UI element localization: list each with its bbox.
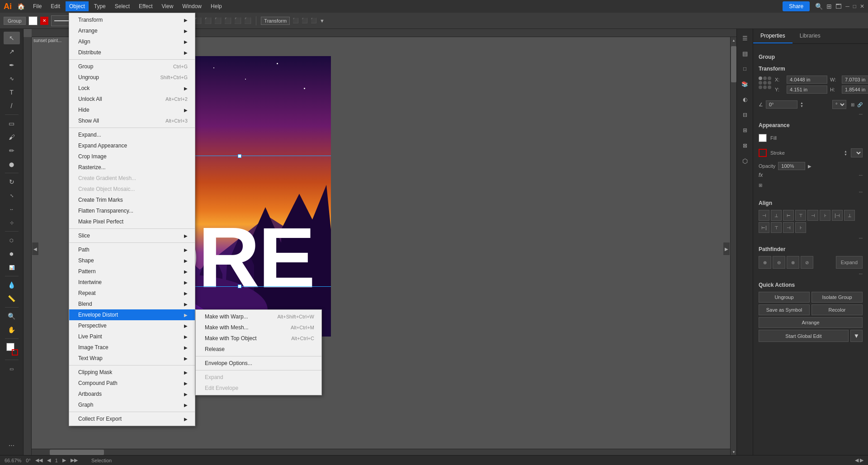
distrib-top-btn[interactable]: ⊤	[771, 222, 782, 233]
menu-align[interactable]: Align▶	[69, 36, 195, 47]
v-scrollbar-thumb[interactable]	[731, 46, 736, 82]
menu-rasterize[interactable]: Rasterize...	[69, 162, 195, 173]
align-right-btn[interactable]: ⊢	[783, 210, 794, 221]
h-scrollbar-thumb[interactable]	[50, 450, 104, 455]
menu-ungroup[interactable]: UngroupShift+Ctrl+G	[69, 72, 195, 83]
measure-tool[interactable]: 📏	[4, 292, 20, 305]
tab-properties[interactable]: Properties	[753, 29, 793, 43]
fx-more[interactable]: ···	[859, 173, 863, 178]
direct-selection-tool[interactable]: ↗	[4, 45, 20, 58]
transform-more-icon[interactable]: ⊞	[851, 102, 854, 107]
recolor-btn[interactable]: Recolor	[811, 304, 863, 315]
arrange-btn[interactable]: Arrange	[759, 317, 863, 328]
pathfinder-more-btn[interactable]: ···	[759, 271, 863, 276]
menu-intertwine[interactable]: Intertwine▶	[69, 277, 195, 288]
pf-exclude-btn[interactable]: ⊘	[801, 256, 813, 269]
search-icon[interactable]: 🔍	[815, 3, 823, 10]
live-paint-tool[interactable]: ⬢	[4, 247, 20, 260]
align-left-icon[interactable]: ⬛	[194, 17, 202, 24]
scroll-up-btn[interactable]: ▲	[731, 37, 736, 43]
appearance-more-icon[interactable]: ⊞	[759, 183, 863, 188]
nav-first[interactable]: ◀◀	[35, 457, 42, 463]
free-transform-tool[interactable]: ⊹	[4, 216, 20, 229]
workspace-icon[interactable]: ⊞	[826, 3, 832, 10]
home-icon[interactable]: 🏠	[17, 3, 25, 10]
transform-link-icon[interactable]: 🔗	[857, 102, 863, 107]
eyedropper-tool[interactable]: 💧	[4, 279, 20, 291]
menu-text-wrap[interactable]: Text Wrap▶	[69, 353, 195, 364]
stroke-options-select[interactable]	[851, 148, 863, 157]
line-tool[interactable]: /	[4, 100, 20, 112]
angle-select[interactable]: °	[832, 100, 846, 109]
nav-next[interactable]: ▶	[62, 457, 66, 463]
share-button[interactable]: Share	[783, 1, 810, 11]
nav-prev[interactable]: ◀	[47, 457, 51, 463]
menu-compound-path[interactable]: Compound Path▶	[69, 378, 195, 389]
pen-tool[interactable]: ✒	[4, 59, 20, 71]
align-center-v-icon[interactable]: ⬛	[234, 17, 241, 24]
arrange-windows-icon[interactable]: 🗔	[835, 3, 842, 10]
nav-arrows-lr[interactable]: ◀ ▶	[855, 457, 863, 463]
submenu-release[interactable]: Release	[196, 344, 321, 355]
v-scrollbar[interactable]: ▲ ▼	[730, 37, 736, 455]
menu-shape[interactable]: Shape▶	[69, 255, 195, 266]
menu-expand[interactable]: Expand...	[69, 129, 195, 140]
submenu-make-with-mesh[interactable]: Make with Mesh... Alt+Ctrl+M	[196, 322, 321, 333]
pencil-tool[interactable]: ✏	[4, 144, 20, 157]
type-tool[interactable]: T	[4, 86, 20, 99]
fill-color-swatch[interactable]	[5, 343, 19, 356]
align-top-icon[interactable]: ⬛	[224, 17, 231, 24]
x-input[interactable]	[787, 76, 827, 84]
expand-left-panel[interactable]: ◀	[32, 242, 39, 256]
distrib-bottom-btn[interactable]: ⊦	[795, 222, 806, 233]
opacity-prop-input[interactable]	[778, 162, 805, 170]
hand-tool[interactable]: ✋	[4, 323, 20, 336]
selection-tool[interactable]: ↖	[4, 32, 20, 44]
menu-crop-image[interactable]: Crop Image	[69, 151, 195, 162]
menu-envelope-distort[interactable]: Envelope Distort▶	[69, 309, 195, 320]
paintbrush-tool[interactable]: 🖌	[4, 131, 20, 143]
menu-make-pixel-perfect[interactable]: Make Pixel Perfect	[69, 216, 195, 227]
menu-path[interactable]: Path▶	[69, 244, 195, 255]
menu-slice[interactable]: Slice▶	[69, 230, 195, 241]
curvature-tool[interactable]: ∿	[4, 72, 20, 85]
fill-swatch[interactable]	[759, 134, 767, 142]
distrib-left-btn[interactable]: |⊣	[832, 210, 843, 221]
libraries-icon[interactable]: 📚	[739, 78, 751, 90]
transform-more-btn[interactable]: ···	[759, 112, 863, 117]
expand-right-panel[interactable]: ▶	[723, 242, 730, 256]
more-tools[interactable]: ···	[6, 439, 17, 452]
align-center-h-btn[interactable]: ⊥	[771, 210, 782, 221]
save-symbol-btn[interactable]: Save as Symbol	[759, 304, 810, 315]
page-number[interactable]: 1	[55, 458, 58, 463]
minimize-icon[interactable]: ─	[845, 3, 849, 9]
color-guide-icon[interactable]: ⬡	[739, 155, 751, 167]
group-icon-tb[interactable]: ⬛	[311, 18, 317, 24]
menu-item-type[interactable]: Type	[90, 1, 109, 11]
rotate-tool[interactable]: ↻	[4, 176, 20, 188]
h-scrollbar[interactable]	[32, 449, 730, 455]
scale-tool[interactable]: ⤡	[4, 189, 20, 202]
zoom-level[interactable]: 66.67%	[5, 458, 21, 463]
menu-pattern[interactable]: Pattern▶	[69, 266, 195, 277]
menu-transform[interactable]: Transform▶	[69, 14, 195, 25]
pf-intersect-btn[interactable]: ⊗	[787, 256, 799, 269]
menu-item-view[interactable]: View	[158, 1, 177, 11]
opacity-right-arrow[interactable]: ▶	[808, 164, 811, 169]
expand-pathfinder-btn[interactable]: Expand	[836, 256, 863, 269]
y-input[interactable]	[787, 85, 827, 94]
color-swatch-white[interactable]	[28, 16, 38, 25]
menu-arrange[interactable]: Arrange▶	[69, 25, 195, 36]
menu-show-all[interactable]: Show AllAlt+Ctrl+3	[69, 115, 195, 126]
global-edit-more-btn[interactable]: ▼	[850, 330, 863, 342]
scroll-down-btn[interactable]: ▼	[731, 449, 736, 455]
submenu-envelope-options[interactable]: Envelope Options...	[196, 358, 321, 369]
align-right-icon[interactable]: ⬛	[214, 17, 222, 24]
layers-icon[interactable]: ▤	[739, 47, 751, 60]
change-screen-mode[interactable]: ▭	[4, 362, 20, 375]
w-input[interactable]	[842, 76, 868, 84]
width-tool[interactable]: ↔	[4, 203, 20, 215]
menu-item-file[interactable]: File	[29, 1, 45, 11]
menu-create-trim-marks[interactable]: Create Trim Marks	[69, 195, 195, 205]
menu-item-help[interactable]: Help	[207, 1, 226, 11]
